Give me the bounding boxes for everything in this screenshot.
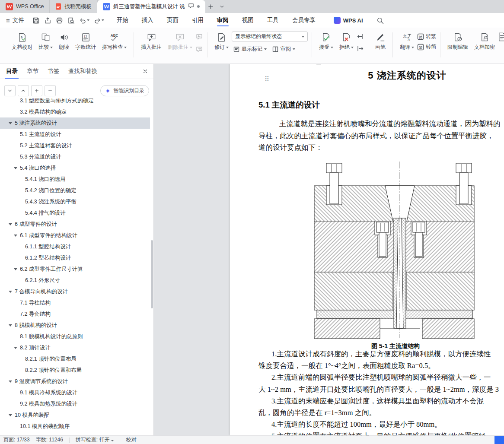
sidebar-scrollbar-thumb[interactable] [151,240,153,308]
toc-expand-icon[interactable] [14,167,17,169]
toc-item[interactable]: 5.4 浇口的选择 [0,162,150,174]
review-pane-button[interactable]: 审阅 [271,44,297,54]
tab-wps-office[interactable]: WPS Office [0,0,50,13]
toc-item[interactable]: 8.1 脱模机构设计的总原则 [0,331,150,342]
toc-item[interactable]: 5.2 主流道衬套的设计 [0,140,150,151]
insert-comment-button[interactable]: 插入批注 [138,31,165,51]
export-button[interactable] [42,16,54,25]
compare-button[interactable]: 比较 [35,31,56,51]
toc-expand-icon[interactable] [9,414,12,416]
menu-tab-页面[interactable]: 页面 [166,14,179,27]
toc-item[interactable]: 7.2 导套结构 [0,308,150,320]
tab-current-document[interactable]: 斜三通管塑件注塑模具设计 说 [97,0,205,13]
new-tab-button[interactable] [205,0,217,13]
toc-expand-icon[interactable] [9,122,12,124]
toc-item[interactable]: 3.2 模具结构的确定 [0,106,150,117]
simplified-to-traditional-button[interactable]: 简 转繁 [417,33,436,40]
reject-button[interactable]: 拒绝 [336,31,357,51]
toc-item[interactable]: 5.3 分流道的设计 [0,151,150,162]
toc-expand-icon[interactable] [14,347,17,349]
encrypt-document-button[interactable]: 文档加密 [471,31,498,51]
previous-change-button[interactable] [357,33,364,42]
ink-button[interactable]: 画笔 [372,31,389,51]
toc-item[interactable]: 6.1.1 型腔结构设计 [0,241,150,252]
toc-item[interactable]: 3.1 型腔数量与排列方式的确定 [0,98,150,106]
panel-tab-chapters[interactable]: 章节 [26,64,39,79]
next-change-button[interactable] [357,45,364,54]
spell-check-status[interactable]: 拼写检查: 打开 [76,436,114,444]
toc-item[interactable]: 6.1 成型零件的结构设计 [0,230,150,241]
tab-docer-templates[interactable]: 找稻壳模板 [50,0,98,13]
menu-tab-会员专享[interactable]: 会员专享 [291,14,316,27]
redo-button[interactable] [92,16,106,25]
toc-expand-all-button[interactable] [31,85,42,96]
toc-item[interactable]: 8 脱模机构的设计 [0,320,150,331]
sidebar-close-button[interactable] [142,68,148,74]
menu-tab-开始[interactable]: 开始 [116,14,129,27]
toc-collapse-all-button[interactable] [45,85,56,96]
hamburger-icon[interactable]: ≡ [6,17,10,24]
toc-item[interactable]: 10.1 模具的装配顺序 [0,421,150,432]
restrict-editing-button[interactable]: 限制编辑 [444,31,471,51]
toc-item[interactable]: 5 浇注系统的设计 [0,117,150,129]
toc-item[interactable]: 7.1 导柱结构 [0,297,150,308]
menu-tab-插入[interactable]: 插入 [141,14,154,27]
toc-next-heading-button[interactable] [4,85,16,96]
delete-comment-button[interactable]: 删除批注 [165,31,195,51]
toc-expand-icon[interactable] [9,381,12,383]
toc-item[interactable]: 5.4.4 排气的设计 [0,207,150,219]
word-count-button[interactable]: 12 字数统计 [72,31,99,51]
toc-expand-icon[interactable] [9,291,12,293]
toc-expand-icon[interactable] [14,268,17,270]
proofread-button[interactable]: 校对 [126,436,137,444]
toc-item[interactable]: 6.1.2 型芯结构设计 [0,252,150,263]
next-comment-button[interactable] [195,45,203,55]
menu-tab-审阅[interactable]: 审阅 [216,14,230,27]
panel-tab-bookmarks[interactable]: 书签 [47,64,60,79]
accept-button[interactable]: 接受 [316,31,336,51]
document-page[interactable]: ⠿ 5 浇注系统的设计 5.1 主流道的设计 [230,64,504,435]
save-button[interactable] [30,16,42,25]
toc-item[interactable]: 7 合模导向机构的设计 [0,286,150,297]
track-changes-button[interactable]: 修订 [211,31,232,51]
panel-tab-toc[interactable]: 目录 [5,64,19,79]
toc-expand-icon[interactable] [9,223,12,225]
toc-item[interactable]: 6.2 成型零件工作尺寸计算 [0,263,150,275]
toc-item[interactable]: 9.1 模具冷却系统的设计 [0,387,150,398]
toc-item[interactable]: 8.2.2 顶针的位置和布局 [0,365,150,376]
status-corner-button[interactable] [494,436,504,444]
toc-item[interactable]: 5.4.1 浇口的选用 [0,174,150,185]
print-button[interactable] [54,16,65,25]
redo-dropdown-icon[interactable] [102,19,104,21]
toc-expand-icon[interactable] [9,324,12,327]
menu-tab-视图[interactable]: 视图 [241,14,255,27]
markup-state-select[interactable]: 显示标记的最终状态 [232,32,308,41]
read-aloud-button[interactable]: 朗读 [56,31,72,51]
toc-item[interactable]: 10 模具的装配 [0,409,150,421]
show-markup-button[interactable]: 显示标记 [232,44,268,54]
toc-item[interactable]: 9.2 模具加热系统的设计 [0,398,150,409]
toc-expand-icon[interactable] [14,235,17,237]
toc-item[interactable]: 5.4.2 浇口位置的确定 [0,185,150,196]
doc-proof-button[interactable]: a 文档校对 [9,31,35,51]
wps-ai-button[interactable]: WPS AI [334,17,363,24]
toc-item[interactable]: 6 成型零件的设计 [0,219,150,230]
panel-tab-find-replace[interactable]: 查找和替换 [67,64,99,79]
file-menu[interactable]: 文件 [13,16,24,24]
toc-item[interactable]: 5.4.3 浇注系统的平衡 [0,196,150,207]
translate-button[interactable]: 文A 翻译 [397,31,417,51]
previous-comment-button[interactable] [195,33,203,42]
toc-previous-heading-button[interactable] [18,85,29,96]
undo-dropdown-icon[interactable] [87,19,89,21]
menu-tab-引用[interactable]: 引用 [191,14,204,27]
traditional-to-simplified-button[interactable]: 繁 转简 [417,43,436,51]
toc-item[interactable]: 8.2.1 顶针的位置布局 [0,353,150,365]
menu-tab-工具[interactable]: 工具 [266,14,280,27]
search-button[interactable] [374,16,386,25]
toc-item[interactable]: 8.2 顶针设计 [0,342,150,353]
toc-item[interactable]: 9 温度调节系统的设计 [0,376,150,387]
print-preview-button[interactable] [65,16,77,25]
spell-check-button[interactable]: ABC 拼写检查 [99,31,130,51]
undo-button[interactable] [77,16,92,25]
ribbon-partial-button[interactable] [497,32,504,42]
